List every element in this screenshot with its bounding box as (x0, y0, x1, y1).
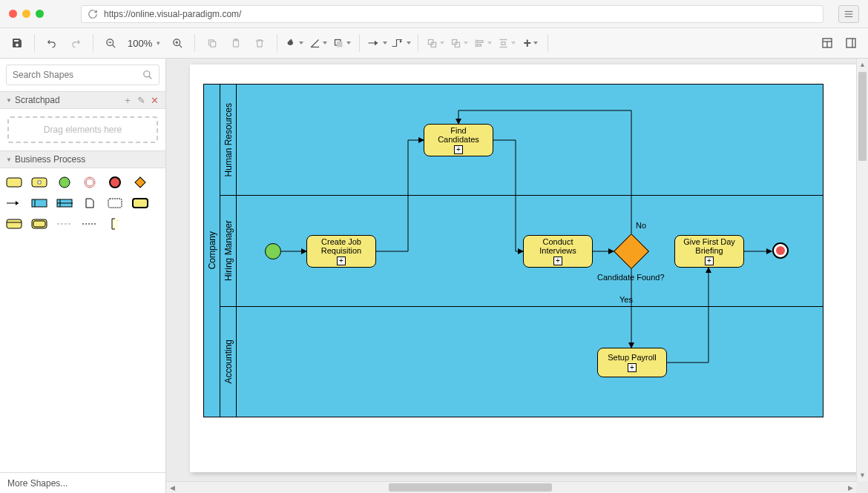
scroll-right-icon[interactable]: ▶ (844, 482, 856, 493)
to-front-button[interactable] (424, 32, 447, 54)
shape-data-object[interactable] (82, 196, 98, 210)
task-setup-payroll[interactable]: Setup Payroll+ (597, 348, 667, 377)
shape-group[interactable] (107, 196, 123, 210)
pool-title[interactable]: Company (204, 85, 220, 417)
svg-rect-30 (846, 39, 855, 47)
task-find-candidates[interactable]: Find Candidates+ (424, 124, 493, 156)
shape-lane[interactable] (56, 196, 73, 210)
minimize-window-icon[interactable] (22, 10, 30, 18)
scratchpad-drop-zone[interactable]: Drag elements here (7, 116, 158, 143)
shape-call-activity[interactable] (132, 196, 148, 210)
svg-rect-23 (478, 44, 481, 46)
shape-sequence-flow[interactable] (6, 196, 22, 210)
shape-association[interactable] (82, 217, 98, 231)
redo-button[interactable] (65, 32, 87, 54)
main-toolbar: 100%▾ + (0, 28, 868, 59)
svg-rect-49 (133, 199, 148, 208)
shape-task[interactable] (6, 176, 22, 189)
svg-rect-15 (337, 42, 343, 47)
bpmn-pool[interactable]: Company Human Resources Hiring Manager A… (203, 84, 823, 417)
canvas-page[interactable]: Company Human Resources Hiring Manager A… (190, 64, 868, 472)
shape-subprocess[interactable] (31, 176, 47, 189)
line-color-button[interactable] (307, 32, 329, 54)
shape-annotation[interactable] (107, 217, 123, 231)
svg-rect-34 (7, 178, 22, 187)
copy-button[interactable] (201, 32, 223, 54)
outline-panel-button[interactable] (840, 32, 862, 54)
address-bar[interactable]: https://online.visual-paradigm.com/ (81, 5, 823, 23)
zoom-level[interactable]: 100%▾ (123, 38, 165, 49)
lane-title: Accounting (220, 307, 237, 417)
hamburger-menu-button[interactable] (838, 5, 859, 23)
shape-subprocess-expanded[interactable] (6, 217, 22, 231)
scratchpad-title: Scratchpad (15, 95, 60, 105)
start-event[interactable] (265, 243, 281, 259)
delete-button[interactable] (249, 32, 271, 54)
shape-end-event[interactable] (107, 176, 123, 189)
svg-rect-10 (211, 42, 216, 47)
scroll-thumb[interactable] (858, 72, 867, 161)
vertical-scrollbar[interactable]: ▲ ▼ (856, 59, 868, 481)
svg-line-33 (149, 76, 152, 79)
end-event[interactable] (772, 242, 789, 259)
connection-style-button[interactable] (366, 32, 388, 54)
shape-transaction[interactable] (31, 217, 47, 231)
lane-title: Human Resources (220, 85, 237, 195)
scratchpad-header[interactable]: ▼ Scratchpad + ✎ ✕ (0, 91, 165, 109)
browser-chrome: https://online.visual-paradigm.com/ (0, 0, 868, 28)
scratchpad-edit-icon[interactable]: ✎ (136, 95, 146, 105)
scroll-left-icon[interactable]: ◀ (166, 482, 178, 493)
scroll-down-icon[interactable]: ▼ (857, 469, 868, 481)
zoom-out-button[interactable] (99, 32, 122, 54)
shape-search[interactable] (6, 64, 160, 85)
edge-label-no: No (636, 221, 646, 230)
business-process-title: Business Process (15, 154, 85, 165)
reload-icon[interactable] (88, 9, 98, 19)
scroll-up-icon[interactable]: ▲ (857, 59, 868, 70)
lane-human-resources[interactable]: Human Resources (220, 85, 823, 196)
shape-start-event[interactable] (56, 176, 73, 189)
zoom-in-button[interactable] (166, 32, 188, 54)
shadow-button[interactable] (331, 32, 353, 54)
search-icon[interactable] (142, 70, 153, 80)
waypoint-style-button[interactable] (389, 32, 412, 54)
lane-accounting[interactable]: Accounting (220, 307, 823, 417)
paste-button[interactable] (225, 32, 247, 54)
url-text: https://online.visual-paradigm.com/ (104, 9, 241, 19)
svg-rect-26 (502, 42, 505, 44)
shape-gateway[interactable] (132, 176, 148, 189)
canvas-area[interactable]: Company Human Resources Hiring Manager A… (166, 59, 868, 493)
task-conduct-interviews[interactable]: Conduct Interviews+ (523, 235, 593, 268)
close-window-icon[interactable] (9, 10, 17, 18)
svg-rect-43 (32, 199, 47, 207)
align-button[interactable] (472, 32, 494, 54)
to-back-button[interactable] (448, 32, 470, 54)
shape-intermediate-event[interactable] (82, 176, 98, 189)
svg-rect-36 (38, 181, 41, 184)
task-create-job[interactable]: Create Job Requisition+ (306, 235, 376, 268)
task-give-briefing[interactable]: Give First Day Briefing+ (674, 235, 744, 268)
more-shapes-link[interactable]: More Shapes... (0, 472, 165, 493)
horizontal-scrollbar[interactable]: ◀ ▶ (166, 481, 856, 493)
scroll-thumb[interactable] (389, 483, 552, 492)
svg-point-32 (144, 71, 150, 77)
shape-palette (0, 168, 165, 238)
undo-button[interactable] (41, 32, 63, 54)
svg-line-4 (112, 44, 115, 47)
scratchpad-add-icon[interactable]: + (122, 95, 133, 105)
distribute-button[interactable] (496, 32, 518, 54)
save-button[interactable] (6, 32, 28, 54)
scratchpad-close-icon[interactable]: ✕ (149, 95, 160, 105)
fill-color-button[interactable] (283, 32, 306, 54)
shape-pool[interactable] (31, 196, 47, 210)
main-split: ▼ Scratchpad + ✎ ✕ Drag elements here ▼ … (0, 59, 868, 493)
format-panel-button[interactable] (816, 32, 838, 54)
svg-rect-13 (311, 46, 319, 47)
shape-message-flow[interactable] (56, 217, 73, 231)
maximize-window-icon[interactable] (36, 10, 44, 18)
svg-rect-48 (108, 199, 122, 208)
business-process-header[interactable]: ▼ Business Process (0, 150, 165, 168)
search-input[interactable] (13, 70, 142, 80)
svg-rect-22 (478, 40, 484, 42)
add-button[interactable]: + (519, 32, 542, 54)
